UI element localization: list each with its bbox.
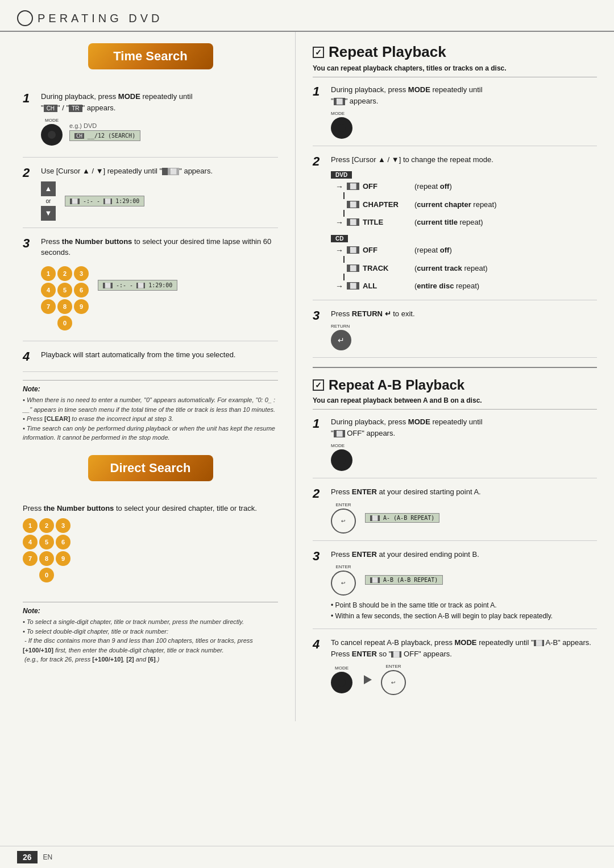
header-circle-icon bbox=[17, 10, 33, 26]
screen-display1: CH __/12 (SEARCH) bbox=[69, 130, 140, 141]
header-title: PERATING DVD bbox=[38, 12, 163, 25]
up-arrow-btn[interactable]: ▲ bbox=[41, 181, 56, 196]
dnum-0[interactable]: 0 bbox=[39, 568, 54, 582]
dnum-2[interactable]: 2 bbox=[39, 518, 54, 533]
repeat-playback-heading-container: ✓ Repeat Playback You can repeat playbac… bbox=[313, 43, 597, 77]
ab-step4-text: To cancel repeat A-B playback, press MOD… bbox=[331, 637, 597, 659]
dvd-title-row: → ⬜ TITLE (current title repeat) bbox=[335, 218, 597, 227]
num-8[interactable]: 8 bbox=[57, 299, 72, 314]
return-label: RETURN bbox=[331, 324, 350, 329]
eg-label: e.g.) DVD bbox=[69, 122, 97, 129]
ab-step1-illustration: MODE bbox=[331, 443, 597, 471]
num-5[interactable]: 5 bbox=[57, 283, 72, 297]
ab-playback-subtitle: You can repeat playback between A and B … bbox=[313, 396, 597, 410]
page-number: 26 bbox=[17, 851, 38, 863]
enter-label3: ENTER bbox=[385, 664, 401, 669]
enter-button2[interactable]: ↩ bbox=[331, 571, 356, 596]
rstep2-content: Press [Cursor ▲ / ▼] to change the repea… bbox=[331, 154, 597, 293]
page-footer: 26 EN bbox=[0, 846, 614, 868]
cd-track-desc: (current track repeat) bbox=[414, 264, 488, 272]
note-content: • When there is no need to enter a numbe… bbox=[23, 395, 278, 443]
direct-search-step1: Press the Number buttons to select your … bbox=[23, 503, 278, 594]
cd-track-label: TRACK bbox=[363, 264, 411, 272]
direct-note-content: • To select a single-digit chapter, titl… bbox=[23, 617, 278, 664]
num-6[interactable]: 6 bbox=[74, 283, 89, 297]
ab-step3-illustration: ENTER ↩ ⬜ A-B (A-B REPEAT) bbox=[331, 564, 597, 596]
ab-step-num4: 4 bbox=[313, 637, 325, 652]
step-number4: 4 bbox=[23, 349, 35, 364]
time-search-step2: 2 Use [Cursor ▲ / ▼] repeatedly until "⬜… bbox=[23, 166, 278, 228]
dvd-off-icon: ⬜ bbox=[347, 183, 359, 190]
svg-point-0 bbox=[48, 131, 56, 139]
screen-display2: ⬜ -:- - ⬜ 1:29:00 bbox=[65, 196, 144, 206]
dvd-off-desc: (repeat off) bbox=[414, 182, 452, 191]
ab-step2-illustration: ENTER ↩ ⬜ A- (A-B REPEAT) bbox=[331, 502, 597, 534]
footer-lang: EN bbox=[43, 853, 53, 861]
ab-step4-mode-label: MODE bbox=[335, 666, 349, 671]
ab-mode-button bbox=[331, 449, 352, 471]
down-arrow-btn[interactable]: ▼ bbox=[41, 206, 56, 221]
screen-display3: ⬜ -:- - ⬜ 1:29:00 bbox=[98, 280, 177, 291]
cd-all-desc: (entire disc repeat) bbox=[414, 282, 479, 290]
direct-note-title: Note: bbox=[23, 607, 278, 615]
ab-checkbox-icon: ✓ bbox=[313, 379, 324, 391]
cd-all-row: → ⬜ ALL (entire disc repeat) bbox=[335, 282, 597, 291]
dnum-5[interactable]: 5 bbox=[39, 535, 54, 549]
cd-all-label: ALL bbox=[363, 282, 411, 290]
enter-button1[interactable]: ↩ bbox=[331, 509, 356, 534]
cd-off-row: → ⬜ OFF (repeat off) bbox=[335, 246, 597, 255]
dnum-7[interactable]: 7 bbox=[23, 551, 38, 566]
dvd-off-row: → ⬜ OFF (repeat off) bbox=[335, 182, 597, 191]
repeat-playback-subtitle: You can repeat playback chapters, titles… bbox=[313, 64, 597, 77]
rmode-label: MODE bbox=[331, 111, 345, 116]
dnum-3[interactable]: 3 bbox=[56, 518, 70, 533]
ab-step1-text: During playback, press MODE repeatedly u… bbox=[331, 416, 597, 439]
dnum-8[interactable]: 8 bbox=[39, 551, 54, 566]
ab-step4-illustration: MODE ENTER ↩ bbox=[331, 664, 597, 695]
rstep2-text: Press [Cursor ▲ / ▼] to change the repea… bbox=[331, 154, 597, 166]
dnum-4[interactable]: 4 bbox=[23, 535, 38, 549]
time-search-note: Note: • When there is no need to enter a… bbox=[23, 380, 278, 443]
cd-line2 bbox=[343, 274, 345, 280]
dnum-9[interactable]: 9 bbox=[56, 551, 70, 566]
ab-step1: 1 During playback, press MODE repeatedly… bbox=[313, 416, 597, 478]
repeat-playback-heading: ✓ Repeat Playback bbox=[313, 43, 597, 61]
dvd-label: DVD bbox=[331, 171, 352, 179]
num-7[interactable]: 7 bbox=[41, 299, 56, 314]
cd-track-row: ⬜ TRACK (current track repeat) bbox=[347, 264, 597, 272]
repeat-step2: 2 Press [Cursor ▲ / ▼] to change the rep… bbox=[313, 154, 597, 300]
cd-off-desc: (repeat off) bbox=[414, 246, 452, 254]
rstep1-text: During playback, press MODE repeatedly u… bbox=[331, 84, 597, 106]
ab-playback-heading: ✓ Repeat A-B Playback bbox=[313, 367, 597, 393]
enter-label2: ENTER bbox=[335, 564, 351, 569]
enter-button3[interactable]: ↩ bbox=[381, 670, 406, 695]
step-number2: 2 bbox=[23, 166, 35, 180]
ab-step-num1: 1 bbox=[313, 416, 325, 431]
num-4[interactable]: 4 bbox=[41, 283, 56, 297]
step4-text: Playback will start automatically from t… bbox=[41, 349, 278, 361]
ab-step1-content: During playback, press MODE repeatedly u… bbox=[331, 416, 597, 471]
dnum-6[interactable]: 6 bbox=[56, 535, 70, 549]
return-illustration: RETURN ↵ bbox=[331, 324, 597, 350]
right-column: ✓ Repeat Playback You can repeat playbac… bbox=[296, 32, 614, 721]
dvd-title-desc: (current title repeat) bbox=[414, 218, 483, 226]
ab-display2: ⬜ A-B (A-B REPEAT) bbox=[365, 575, 443, 585]
num-2[interactable]: 2 bbox=[57, 266, 72, 281]
step3-text: Press the Number buttons to select your … bbox=[41, 236, 278, 258]
left-column: Time Search 1 During playback, press MOD… bbox=[0, 32, 296, 721]
connector-line1 bbox=[343, 192, 345, 199]
num-9[interactable]: 9 bbox=[74, 299, 89, 314]
num-3[interactable]: 3 bbox=[74, 266, 89, 281]
repeat-step3: 3 Press RETURN ↵ to exit. RETURN ↵ bbox=[313, 308, 597, 358]
return-button[interactable]: ↵ bbox=[331, 330, 351, 350]
dnum-1[interactable]: 1 bbox=[23, 518, 38, 533]
num-1[interactable]: 1 bbox=[41, 266, 56, 281]
step2-text: Use [Cursor ▲ / ▼] repeatedly until "⬜" … bbox=[41, 166, 278, 177]
num-0[interactable]: 0 bbox=[57, 316, 72, 330]
rstep-num2: 2 bbox=[313, 154, 325, 169]
svg-point-2 bbox=[338, 456, 346, 464]
step3-content: Press the Number buttons to select your … bbox=[41, 236, 278, 334]
dvd-connector1 bbox=[343, 192, 597, 199]
cd-all-icon: ⬜ bbox=[347, 282, 359, 290]
arrow-right-dvd-title: → bbox=[335, 218, 343, 227]
